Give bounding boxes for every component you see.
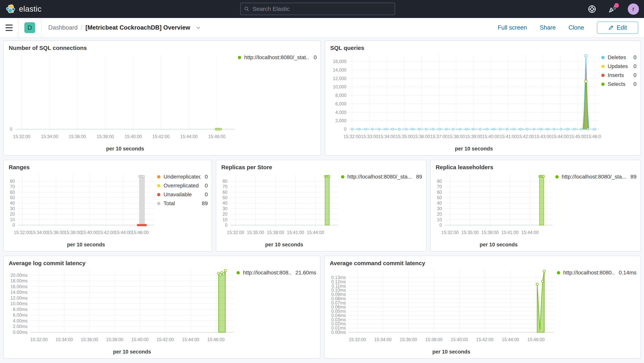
- svg-text:20: 20: [437, 212, 442, 217]
- svg-text:8.00ms: 8.00ms: [13, 307, 28, 312]
- chevron-down-icon[interactable]: [195, 25, 201, 31]
- chart-legend: Underreplicated0Overreplicated0Unavailab…: [157, 174, 208, 249]
- breadcrumb-dashboard-link[interactable]: Dashboard: [48, 24, 78, 31]
- svg-text:15:38:00: 15:38:00: [425, 337, 442, 342]
- legend-item[interactable]: Underreplicated0: [157, 174, 208, 180]
- panel-title: Replicas per Store: [219, 163, 422, 171]
- legend-value: 0: [629, 81, 636, 87]
- legend-item[interactable]: http://localhost:8080...0.14ms: [557, 270, 636, 276]
- search-icon: [244, 6, 250, 12]
- svg-text:15:35:00: 15:35:00: [461, 230, 478, 235]
- share-button[interactable]: Share: [540, 24, 556, 31]
- replicas-per-store-chart[interactable]: 15:32:0015:35:0015:38:0015:41:0015:44:00…: [219, 171, 341, 249]
- legend-item[interactable]: http://localhost:8080/_sta...89: [341, 174, 422, 180]
- series-color-dot: [601, 65, 604, 68]
- svg-text:per 10 seconds: per 10 seconds: [106, 146, 144, 152]
- svg-text:15:40:00: 15:40:00: [132, 337, 149, 342]
- svg-text:16.00ms: 16.00ms: [10, 284, 28, 289]
- legend-item[interactable]: Overreplicated0: [157, 183, 208, 189]
- panel-sql-queries: SQL queries 15:32:0015:33:0015:34:0015:3…: [325, 41, 641, 156]
- legend-value: 0: [200, 174, 208, 180]
- breadcrumb: Dashboard / [Metricbeat CockroachDB] Ove…: [48, 24, 201, 31]
- svg-text:60: 60: [10, 190, 15, 195]
- svg-text:40: 40: [10, 201, 15, 206]
- svg-text:14,000: 14,000: [333, 68, 346, 73]
- svg-text:15:36:00: 15:36:00: [81, 337, 98, 342]
- panel-title: Number of SQL connections: [7, 44, 317, 52]
- svg-text:15:44:00: 15:44:00: [307, 230, 324, 235]
- ranges-chart[interactable]: 15:32:0015:34:0015:36:0015:38:0015:40:00…: [7, 171, 157, 249]
- legend-item[interactable]: Updates0: [601, 63, 636, 70]
- svg-text:15:45:00: 15:45:00: [569, 134, 586, 139]
- svg-text:15:44:00: 15:44:00: [114, 230, 132, 235]
- chart-legend: Deletes0Updates0Inserts0Selects0: [601, 54, 636, 153]
- avatar-initial: r: [632, 6, 634, 13]
- svg-text:15:38:00: 15:38:00: [96, 134, 114, 139]
- divider: [18, 18, 18, 37]
- avg-command-commit-latency-chart[interactable]: 15:32:0015:34:0015:36:0015:38:0015:40:00…: [328, 267, 557, 356]
- svg-text:15:34:00: 15:34:00: [30, 230, 48, 235]
- svg-text:18.00ms: 18.00ms: [10, 278, 28, 283]
- svg-text:15:38:00: 15:38:00: [106, 337, 124, 342]
- svg-text:15:34:00: 15:34:00: [374, 337, 392, 342]
- legend-item[interactable]: Inserts0: [601, 72, 636, 78]
- edit-button[interactable]: Edit: [597, 22, 638, 34]
- breadcrumb-separator: /: [81, 24, 82, 31]
- legend-label: Overreplicated: [164, 183, 199, 189]
- replica-leaseholders-chart[interactable]: 15:32:0015:35:0015:38:0015:41:0015:44:00…: [434, 171, 555, 249]
- svg-text:20.00ms: 20.00ms: [10, 273, 28, 278]
- pencil-icon: [608, 25, 614, 31]
- legend-item[interactable]: http://localhost:8080/_stat...0: [238, 54, 317, 61]
- divider: [41, 18, 41, 37]
- legend-item[interactable]: http://localhost:808...21.60ms: [236, 270, 316, 276]
- svg-text:12.00ms: 12.00ms: [10, 295, 28, 300]
- full-screen-button[interactable]: Full screen: [498, 24, 527, 31]
- svg-text:60: 60: [222, 190, 228, 195]
- global-search[interactable]: [240, 3, 395, 15]
- user-avatar[interactable]: r: [628, 4, 639, 15]
- svg-text:15:41:00: 15:41:00: [287, 230, 304, 235]
- svg-text:15:36:00: 15:36:00: [69, 134, 86, 139]
- legend-value: 89: [412, 174, 422, 180]
- panel-title: SQL queries: [328, 44, 636, 52]
- svg-text:30: 30: [222, 206, 228, 211]
- app-badge[interactable]: D: [24, 22, 35, 33]
- svg-text:per 10 seconds: per 10 seconds: [67, 242, 105, 247]
- svg-text:80: 80: [437, 179, 442, 184]
- svg-text:15:42:00: 15:42:00: [152, 134, 170, 139]
- svg-text:10: 10: [437, 217, 442, 222]
- series-color-dot: [601, 74, 604, 77]
- svg-text:0.00ms: 0.00ms: [331, 330, 346, 335]
- menu-button[interactable]: [0, 18, 18, 37]
- page-title[interactable]: [Metricbeat CockroachDB] Overview: [86, 24, 190, 31]
- svg-text:20: 20: [10, 212, 15, 217]
- sql-queries-chart[interactable]: 15:32:0015:33:0015:34:0015:35:0015:36:00…: [328, 52, 601, 153]
- svg-text:40: 40: [437, 201, 442, 206]
- svg-text:15:38:00: 15:38:00: [448, 134, 465, 139]
- legend-item[interactable]: Total89: [157, 200, 208, 207]
- help-button[interactable]: [587, 4, 597, 14]
- search-input[interactable]: [252, 6, 391, 12]
- svg-text:per 10 seconds: per 10 seconds: [480, 242, 518, 247]
- panel-ranges: Ranges 15:32:0015:34:0015:36:0015:38:001…: [3, 160, 212, 251]
- chart-legend: http://localhost:8080/_stat...0: [238, 54, 317, 153]
- svg-text:12,000: 12,000: [333, 76, 346, 81]
- legend-value: 0: [629, 72, 636, 78]
- legend-item[interactable]: http://localhost:8080/_sta...89: [555, 174, 636, 180]
- series-color-dot: [341, 175, 344, 179]
- clone-button[interactable]: Clone: [568, 24, 584, 31]
- panel-avg-log-commit-latency: Average log commit latency 15:32:0015:34…: [3, 256, 320, 358]
- svg-text:15:44:00: 15:44:00: [180, 134, 198, 139]
- svg-text:15:40:00: 15:40:00: [125, 134, 142, 139]
- newsfeed-button[interactable]: [607, 4, 618, 14]
- legend-value: 89: [626, 174, 636, 180]
- svg-text:15:32:00: 15:32:00: [14, 230, 31, 235]
- legend-item[interactable]: Deletes0: [601, 54, 636, 61]
- series-color-dot: [157, 193, 160, 196]
- legend-item[interactable]: Selects0: [601, 81, 636, 87]
- legend-item[interactable]: Unavailable0: [157, 191, 208, 198]
- avg-log-commit-latency-chart[interactable]: 15:32:0015:34:0015:36:0015:38:0015:40:00…: [7, 267, 236, 356]
- svg-text:15:41:00: 15:41:00: [500, 134, 517, 139]
- sql-connections-chart[interactable]: 15:32:0015:34:0015:36:0015:38:0015:40:00…: [7, 52, 238, 153]
- elastic-logo[interactable]: elastic: [0, 4, 42, 14]
